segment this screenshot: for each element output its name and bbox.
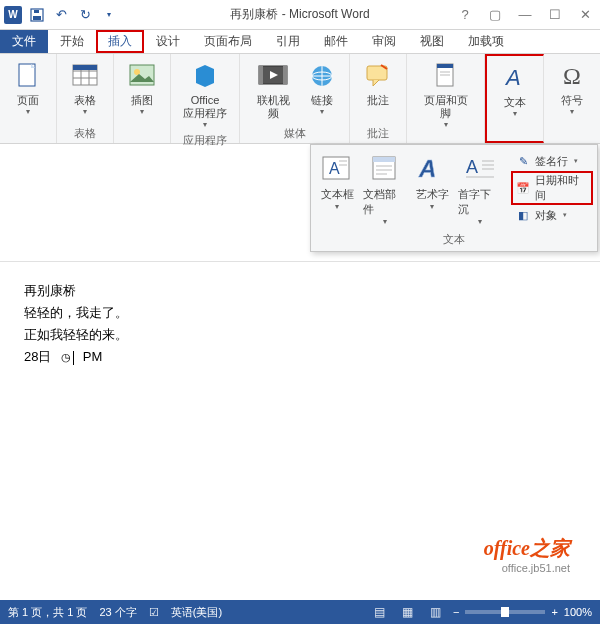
chevron-down-icon: ▾ (430, 202, 434, 211)
status-bar: 第 1 页，共 1 页 23 个字 ☑ 英语(美国) ▤ ▦ ▥ − + 100… (0, 600, 600, 624)
zoom-level[interactable]: 100% (564, 606, 592, 618)
zoom-slider[interactable] (465, 610, 545, 614)
doc-line-4: 28日 ◷ PM (24, 346, 576, 368)
text-icon: A (499, 62, 531, 94)
picture-icon (126, 60, 158, 92)
table-button[interactable]: 表格 ▾ (63, 58, 107, 118)
svg-text:A: A (466, 157, 478, 177)
apps-icon (189, 60, 221, 92)
title-bar: W ↶ ↻ ▾ 再别康桥 - Microsoft Word ? ▢ — ☐ ✕ (0, 0, 600, 30)
chevron-down-icon: ▾ (140, 107, 144, 116)
tab-references[interactable]: 引用 (264, 30, 312, 53)
help-icon[interactable]: ? (450, 4, 480, 26)
qat-customize-icon[interactable]: ▾ (98, 4, 120, 26)
status-word-count[interactable]: 23 个字 (99, 605, 136, 620)
doc-line-3: 正如我轻轻的来。 (24, 324, 576, 346)
doc-parts-icon (367, 153, 403, 185)
illustrations-button[interactable]: 插图 ▾ (120, 58, 164, 118)
wordart-button[interactable]: A 艺术字 ▾ (410, 151, 454, 228)
view-print-icon[interactable]: ▦ (397, 603, 419, 621)
svg-text:A: A (329, 160, 340, 177)
text-cursor (73, 351, 74, 365)
view-read-icon[interactable]: ▤ (369, 603, 391, 621)
office-apps-button[interactable]: Office 应用程序 ▾ (177, 58, 233, 131)
chevron-down-icon: ▾ (383, 217, 387, 226)
quick-access-toolbar: ↶ ↻ ▾ (26, 4, 120, 26)
svg-rect-14 (283, 66, 287, 84)
tab-addins[interactable]: 加载项 (456, 30, 516, 53)
chevron-down-icon: ▾ (563, 211, 567, 219)
page-icon (12, 60, 44, 92)
word-app-icon: W (4, 6, 22, 24)
header-footer-icon (430, 60, 462, 92)
chevron-down-icon: ▾ (444, 120, 448, 129)
save-icon[interactable] (26, 4, 48, 26)
zoom-in-icon[interactable]: + (551, 606, 557, 618)
date-time-item[interactable]: 📅 日期和时间 (511, 171, 593, 205)
svg-rect-31 (373, 157, 395, 162)
status-language[interactable]: 英语(美国) (171, 605, 222, 620)
window-title: 再别康桥 - Microsoft Word (230, 6, 369, 23)
redo-icon[interactable]: ↻ (74, 4, 96, 26)
view-web-icon[interactable]: ▥ (425, 603, 447, 621)
ribbon-options-icon[interactable]: ▢ (480, 4, 510, 26)
link-icon (306, 60, 338, 92)
minimize-icon[interactable]: — (510, 4, 540, 26)
object-item[interactable]: ◧ 对象 ▾ (511, 205, 593, 225)
wordart-icon: A (414, 153, 450, 185)
watermark: office之家 office.jb51.net (484, 535, 570, 574)
tab-layout[interactable]: 页面布局 (192, 30, 264, 53)
doc-line-2: 轻轻的，我走了。 (24, 302, 576, 324)
tab-home[interactable]: 开始 (48, 30, 96, 53)
ribbon: 页面 ▾ 表格 ▾ 表格 插图 ▾ O (0, 54, 600, 144)
doc-line-1: 再别康桥 (24, 280, 576, 302)
online-video-button[interactable]: 联机视频 (246, 58, 300, 122)
chevron-down-icon: ▾ (513, 109, 517, 118)
signature-line-item[interactable]: ✎ 签名行 ▾ (511, 151, 593, 171)
maximize-icon[interactable]: ☐ (540, 4, 570, 26)
chevron-down-icon: ▾ (570, 107, 574, 116)
svg-rect-22 (437, 64, 453, 68)
tab-mail[interactable]: 邮件 (312, 30, 360, 53)
svg-rect-9 (73, 65, 97, 70)
text-gallery-dropdown: A 文本框 ▾ 文档部件 ▾ A 艺术字 ▾ A 首字下沉 ▾ ✎ 签名行 ▾ (310, 144, 598, 252)
symbols-button[interactable]: Ω 符号 ▾ (550, 58, 594, 118)
gallery-group-label: 文本 (315, 228, 593, 249)
links-button[interactable]: 链接 ▾ (300, 58, 343, 118)
chevron-down-icon: ▾ (320, 107, 324, 116)
tab-view[interactable]: 视图 (408, 30, 456, 53)
textbox-button[interactable]: A 文本框 ▾ (315, 151, 359, 228)
header-footer-button[interactable]: 页眉和页脚 ▾ (413, 58, 478, 131)
omega-icon: Ω (556, 60, 588, 92)
document-area[interactable]: 再别康桥 轻轻的，我走了。 正如我轻轻的来。 28日 ◷ PM (0, 262, 600, 582)
datetime-icon: 📅 (515, 180, 531, 196)
close-icon[interactable]: ✕ (570, 4, 600, 26)
table-icon (69, 60, 101, 92)
dropcap-button[interactable]: A 首字下沉 ▾ (454, 151, 505, 228)
svg-rect-13 (259, 66, 263, 84)
text-button[interactable]: A 文本 ▾ (493, 60, 537, 120)
tab-file[interactable]: 文件 (0, 30, 48, 53)
zoom-out-icon[interactable]: − (453, 606, 459, 618)
chevron-down-icon: ▾ (478, 217, 482, 226)
svg-rect-1 (33, 16, 41, 20)
clock-icon: ◷ (61, 351, 71, 363)
pages-button[interactable]: 页面 ▾ (6, 58, 50, 118)
comment-icon (362, 60, 394, 92)
tab-insert[interactable]: 插入 (96, 30, 144, 53)
chevron-down-icon: ▾ (26, 107, 30, 116)
video-icon (257, 60, 289, 92)
dropcap-icon: A (462, 153, 498, 185)
chevron-down-icon: ▾ (203, 120, 207, 129)
undo-icon[interactable]: ↶ (50, 4, 72, 26)
tab-design[interactable]: 设计 (144, 30, 192, 53)
chevron-down-icon: ▾ (83, 107, 87, 116)
status-page[interactable]: 第 1 页，共 1 页 (8, 605, 87, 620)
tab-review[interactable]: 审阅 (360, 30, 408, 53)
object-icon: ◧ (515, 207, 531, 223)
comment-button[interactable]: 批注 (356, 58, 400, 109)
doc-parts-button[interactable]: 文档部件 ▾ (359, 151, 410, 228)
signature-icon: ✎ (515, 153, 531, 169)
proofing-icon[interactable]: ☑ (149, 606, 159, 619)
svg-rect-2 (34, 10, 39, 13)
